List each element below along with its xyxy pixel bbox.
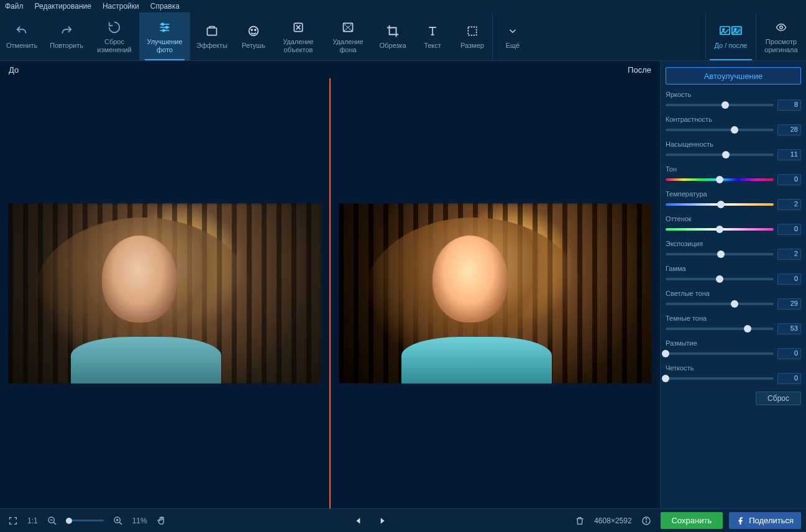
slider-thumb[interactable]	[716, 176, 723, 183]
reset-sliders-button[interactable]: Сброс	[756, 392, 801, 405]
undo-button[interactable]: Отменить	[0, 12, 44, 60]
zoom-slider[interactable]	[66, 520, 104, 521]
slider-температура: Температура2	[666, 190, 801, 210]
effects-button[interactable]: Эффекты	[190, 12, 234, 60]
info-button[interactable]	[638, 513, 654, 529]
fit-label[interactable]: 1:1	[27, 516, 38, 525]
slider-контрастность: Контрастность28	[666, 116, 801, 135]
view-orig-label: Просмотр оригинала	[764, 38, 797, 54]
slider-value[interactable]: 8	[777, 99, 801, 111]
slider-track[interactable]	[666, 104, 774, 106]
slider-thumb[interactable]	[662, 350, 669, 357]
next-button[interactable]	[374, 513, 390, 529]
eraser-icon	[291, 19, 305, 35]
slider-track[interactable]	[666, 203, 774, 206]
svg-line-19	[53, 522, 56, 525]
slider-value[interactable]: 28	[777, 124, 801, 135]
slider-label: Светлые тона	[666, 290, 801, 297]
fullscreen-button[interactable]	[5, 513, 21, 529]
slider-value[interactable]: 0	[777, 373, 801, 384]
resize-button[interactable]: Размер	[452, 12, 492, 60]
slider-value[interactable]: 0	[777, 224, 801, 235]
slider-label: Контрастность	[666, 116, 801, 123]
slider-value[interactable]: 0	[777, 348, 801, 359]
before-after-button[interactable]: До / после	[706, 12, 756, 60]
slider-track[interactable]	[666, 178, 774, 181]
crop-label: Обрезка	[379, 42, 406, 50]
sliders-icon	[157, 19, 172, 35]
compare-icon	[720, 23, 742, 39]
menu-help[interactable]: Справка	[150, 2, 180, 11]
slider-размытие: Размытие0	[666, 339, 801, 359]
auto-enhance-button[interactable]: Автоулучшение	[666, 67, 801, 85]
svg-point-21	[114, 517, 120, 523]
slider-thumb[interactable]	[716, 226, 723, 233]
menu-edit[interactable]: Редактирование	[35, 2, 91, 11]
svg-point-25	[643, 517, 650, 525]
slider-label: Яркость	[666, 91, 801, 98]
slider-track[interactable]	[666, 278, 774, 280]
svg-point-7	[249, 27, 259, 36]
slider-value[interactable]: 29	[777, 298, 801, 310]
slider-label: Тон	[666, 165, 801, 173]
more-button[interactable]: Ещё	[493, 12, 533, 60]
more-label: Ещё	[506, 42, 520, 50]
text-button[interactable]: Текст	[413, 12, 452, 60]
slider-thumb[interactable]	[662, 375, 669, 382]
slider-value[interactable]: 0	[777, 174, 801, 185]
svg-line-22	[119, 522, 122, 525]
slider-thumb[interactable]	[717, 201, 725, 208]
menu-settings[interactable]: Настройки	[103, 2, 139, 11]
slider-thumb[interactable]	[731, 300, 738, 308]
remove-bg-label: Удаление фона	[332, 38, 364, 54]
slider-value[interactable]: 2	[777, 199, 801, 210]
slider-thumb[interactable]	[716, 275, 723, 283]
slider-thumb[interactable]	[717, 250, 725, 258]
slider-track[interactable]	[666, 253, 774, 255]
delete-button[interactable]	[572, 513, 588, 529]
before-after-label: До / после	[715, 42, 748, 50]
enhance-photo-button[interactable]: Улучшение фото	[140, 12, 190, 60]
zoom-out-button[interactable]	[44, 513, 60, 529]
menu-file[interactable]: Файл	[5, 2, 24, 11]
text-label: Текст	[424, 42, 441, 50]
zoom-in-button[interactable]	[110, 513, 126, 529]
retouch-button[interactable]: Ретушь	[234, 12, 273, 60]
remove-objects-button[interactable]: Удаление объектов	[273, 12, 323, 60]
share-label: Поделиться	[749, 516, 794, 525]
slider-track[interactable]	[666, 303, 774, 305]
reset-changes-button[interactable]: Сброс изменений	[89, 12, 139, 60]
slider-track[interactable]	[666, 377, 774, 380]
slider-value[interactable]: 0	[777, 273, 801, 285]
enhance-label: Улучшение фото	[147, 38, 182, 54]
eye-icon	[774, 19, 789, 35]
slider-track[interactable]	[666, 352, 774, 355]
slider-value[interactable]: 2	[777, 249, 801, 260]
slider-thumb[interactable]	[722, 151, 730, 158]
crop-button[interactable]: Обрезка	[373, 12, 413, 60]
hand-tool-button[interactable]	[153, 513, 170, 529]
save-button[interactable]: Сохранить	[661, 512, 723, 529]
slider-светлые-тона: Светлые тона29	[666, 290, 801, 310]
svg-rect-14	[732, 27, 741, 35]
slider-track[interactable]	[666, 228, 774, 231]
redo-button[interactable]: Повторить	[44, 12, 89, 60]
compare-view[interactable]	[0, 78, 660, 508]
slider-track[interactable]	[666, 328, 774, 330]
svg-point-17	[780, 25, 783, 29]
menu-bar: Файл Редактирование Настройки Справка	[0, 0, 806, 12]
slider-thumb[interactable]	[731, 126, 738, 134]
slider-track[interactable]	[666, 154, 774, 156]
before-image	[8, 203, 321, 384]
slider-гамма: Гамма0	[666, 265, 801, 285]
slider-track[interactable]	[666, 129, 774, 131]
view-original-button[interactable]: Просмотр оригинала	[756, 12, 806, 60]
share-button[interactable]: Поделиться	[729, 512, 801, 529]
slider-value[interactable]: 11	[777, 149, 801, 160]
remove-background-button[interactable]: Удаление фона	[323, 12, 373, 60]
slider-thumb[interactable]	[721, 101, 729, 109]
prev-button[interactable]	[350, 513, 367, 529]
slider-label: Оттенок	[666, 215, 801, 222]
slider-thumb[interactable]	[744, 325, 751, 332]
slider-value[interactable]: 53	[777, 323, 801, 334]
